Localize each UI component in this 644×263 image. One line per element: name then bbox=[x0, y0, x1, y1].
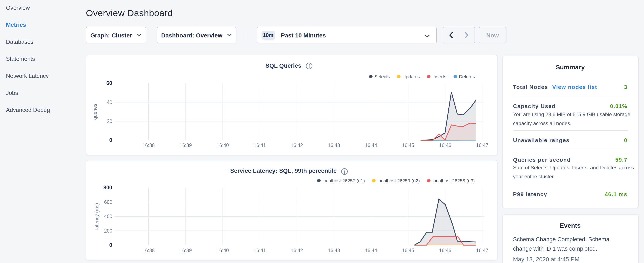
svg-text:16:46: 16:46 bbox=[439, 142, 451, 148]
svg-text:localhost:26258 (n3): localhost:26258 (n3) bbox=[432, 178, 474, 183]
svg-text:queries: queries bbox=[92, 103, 98, 119]
svg-text:16:40: 16:40 bbox=[216, 142, 229, 148]
svg-text:16:43: 16:43 bbox=[328, 142, 340, 148]
svg-text:16:47: 16:47 bbox=[476, 142, 488, 148]
svg-text:localhost:26259 (n2): localhost:26259 (n2) bbox=[377, 178, 420, 183]
svg-text:16:43: 16:43 bbox=[328, 248, 340, 253]
svg-text:600: 600 bbox=[104, 199, 112, 205]
svg-text:16:42: 16:42 bbox=[291, 142, 303, 148]
svg-text:40: 40 bbox=[106, 99, 112, 105]
svg-text:Selects: Selects bbox=[374, 74, 390, 79]
svg-text:20: 20 bbox=[106, 118, 112, 124]
svg-text:16:41: 16:41 bbox=[254, 248, 266, 253]
svg-text:0: 0 bbox=[109, 242, 112, 248]
svg-text:60: 60 bbox=[106, 80, 112, 86]
svg-text:16:44: 16:44 bbox=[365, 142, 377, 148]
svg-text:16:44: 16:44 bbox=[365, 248, 377, 253]
svg-text:16:40: 16:40 bbox=[216, 248, 229, 253]
svg-text:16:45: 16:45 bbox=[402, 248, 414, 253]
svg-text:Deletes: Deletes bbox=[458, 74, 474, 79]
svg-text:16:38: 16:38 bbox=[142, 248, 154, 253]
svg-text:0: 0 bbox=[109, 137, 112, 143]
svg-text:16:47: 16:47 bbox=[476, 248, 488, 253]
svg-text:16:42: 16:42 bbox=[291, 248, 303, 253]
svg-text:localhost:26257 (n1): localhost:26257 (n1) bbox=[322, 178, 365, 183]
svg-text:16:39: 16:39 bbox=[180, 142, 192, 148]
svg-text:800: 800 bbox=[103, 184, 112, 190]
svg-text:16:45: 16:45 bbox=[402, 142, 414, 148]
svg-text:Inserts: Inserts bbox=[432, 74, 446, 79]
svg-text:200: 200 bbox=[104, 228, 112, 234]
svg-text:Updates: Updates bbox=[402, 74, 420, 79]
svg-text:16:39: 16:39 bbox=[180, 248, 192, 253]
svg-text:latency (ms): latency (ms) bbox=[94, 203, 99, 229]
svg-text:400: 400 bbox=[104, 214, 112, 219]
svg-text:16:41: 16:41 bbox=[254, 142, 266, 148]
svg-text:16:38: 16:38 bbox=[142, 142, 154, 148]
svg-text:16:46: 16:46 bbox=[439, 248, 451, 253]
